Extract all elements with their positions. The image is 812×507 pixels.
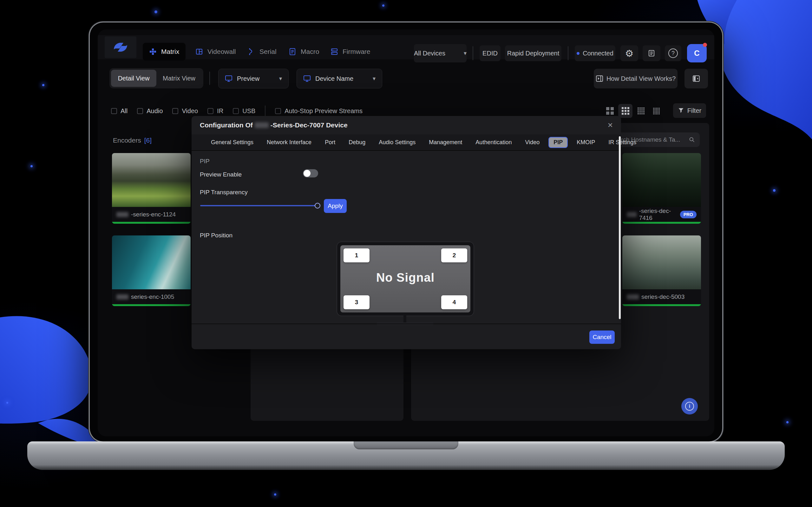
encoder-card-1005[interactable]: series-enc-1005 [112,235,191,306]
pip-position-3-label: 3 [355,299,358,306]
tab-management[interactable]: Management [422,137,469,148]
encoders-header: Encoders[6] [113,136,152,144]
tab-port[interactable]: Port [318,137,342,148]
rapid-deployment-button[interactable]: Rapid Deployment [505,45,561,61]
settings-button[interactable]: ⚙ [620,45,638,61]
macro-icon [289,48,296,55]
pip-position-3-button[interactable]: 3 [344,295,369,309]
apply-label: Apply [328,203,343,210]
modal-scrollbar[interactable] [619,136,621,319]
checkbox-all[interactable]: All [111,107,128,115]
monitor-stand-neck [403,316,406,323]
glow-dot [773,189,775,192]
checkbox-auto-stop[interactable]: Auto-Stop Preview Streams [275,107,362,115]
help-button[interactable]: ? [665,45,681,61]
how-detail-view-works-button[interactable]: How Detail View Works? [594,69,677,89]
stream-active-indicator [622,304,701,306]
apply-button[interactable]: Apply [324,199,347,213]
nav-divider [473,46,473,60]
modal-title-suffix: -Series-Dec-7007 Device [270,121,348,129]
checkbox-label: All [120,107,128,115]
nav-tab-macro[interactable]: Macro [282,43,325,60]
nav-tab-matrix[interactable]: Matrix [143,43,186,60]
checkbox-box [137,108,143,114]
checkbox-label: USB [242,107,255,115]
checkbox-label: Audio [147,107,163,115]
logs-button[interactable] [643,45,660,61]
brand-logo[interactable] [105,37,136,58]
glow-dot [6,402,8,404]
detail-view-button[interactable]: Detail View [111,70,156,87]
tab-authentication[interactable]: Authentication [469,137,518,148]
glow-dot [382,4,385,7]
grid-4x4-icon [638,107,645,114]
checkbox-ir[interactable]: IR [207,107,223,115]
encoders-count: [6] [144,136,152,144]
edid-button[interactable]: EDID [479,45,501,61]
connection-status[interactable]: Connected [575,45,615,61]
checkbox-audio[interactable]: Audio [137,107,163,115]
collapse-panel-button[interactable] [684,69,708,89]
gear-icon: ⚙ [625,48,634,59]
how-detail-view-works-label: How Detail View Works? [606,75,676,82]
tab-audio-settings[interactable]: Audio Settings [372,137,422,148]
grid-size-4x4-button[interactable] [634,104,648,118]
modal-tab-bar: General Settings Network Interface Port … [192,134,621,151]
tab-ir-settings[interactable]: IR Settings [602,137,643,148]
encoder-card-1124[interactable]: -series-enc-1124 [112,153,191,224]
nav-divider [568,46,568,60]
brand-logo-icon [111,40,130,54]
search-icon[interactable] [689,136,695,144]
tab-network-interface[interactable]: Network Interface [260,137,318,148]
device-name-label: Device Name [315,75,353,82]
info-button[interactable]: i [681,398,698,414]
nav-tab-videowall[interactable]: Videowall [189,43,242,60]
checkbox-box [275,108,281,114]
matrix-icon [149,48,157,55]
tab-video[interactable]: Video [518,137,546,148]
tab-debug[interactable]: Debug [342,137,372,148]
edid-label: EDID [483,50,498,57]
decoder-card-5003[interactable]: series-dec-5003 [622,235,701,306]
tab-pip[interactable]: PIP [548,137,568,148]
info-icon: i [685,402,694,411]
decoder-card-7416[interactable]: -series-dec-7416 PRO [622,153,701,224]
pip-position-2-button[interactable]: 2 [441,248,467,262]
pro-badge: PRO [680,211,697,218]
redacted-brand-prefix [116,294,129,299]
tab-kmoip[interactable]: KMOIP [570,137,602,148]
device-name-dropdown[interactable]: Device Name ▾ [297,69,382,89]
modal-footer [192,324,621,350]
grid-size-5x5-button[interactable] [649,104,664,118]
nav-tab-firmware[interactable]: Firmware [324,43,377,60]
nav-tab-label: Serial [259,48,276,55]
decoder-thumbnail [622,153,701,207]
tab-general-settings[interactable]: General Settings [204,137,260,148]
matrix-view-button[interactable]: Matrix View [156,70,202,87]
swoosh-bottom-left [0,316,92,424]
panel-play-icon [596,75,603,82]
preview-dropdown[interactable]: Preview ▾ [218,69,289,89]
pip-position-4-button[interactable]: 4 [441,295,467,309]
glow-dot [274,493,276,496]
filter-button[interactable]: Filter [673,103,706,118]
all-devices-dropdown[interactable]: All Devices ▾ [414,44,467,62]
slider-thumb[interactable] [315,203,320,209]
decoder-card-label-row: series-dec-5003 [622,289,701,304]
user-avatar[interactable]: C [687,44,707,62]
redacted-brand-prefix [116,212,129,217]
filter-label: Filter [687,107,701,114]
checkbox-video[interactable]: Video [172,107,198,115]
modal-title-prefix: Configuration Of [200,121,253,129]
auto-stop-label: Auto-Stop Preview Streams [285,107,362,115]
preview-enable-toggle[interactable] [303,169,318,177]
cancel-button[interactable]: Cancel [589,331,615,344]
laptop-lid-notch [354,441,458,449]
nav-tab-serial[interactable]: Serial [241,43,283,60]
close-icon[interactable]: × [608,121,613,130]
checkbox-usb[interactable]: USB [233,107,255,115]
stream-active-indicator [112,222,191,224]
pip-transparency-slider[interactable] [200,205,317,206]
decoder-name: series-dec-5003 [641,293,684,300]
pip-position-1-button[interactable]: 1 [344,248,369,262]
